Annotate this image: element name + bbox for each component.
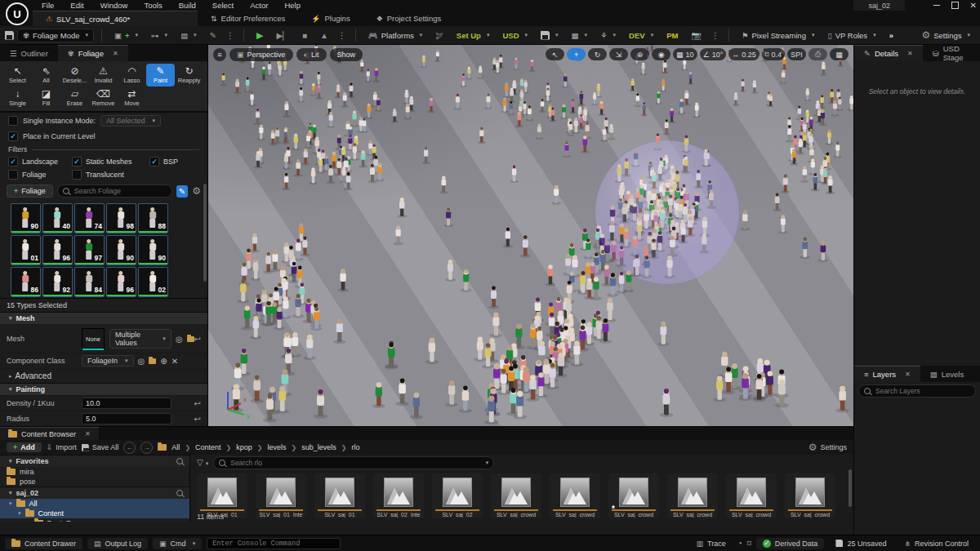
- tools-overflow-icon[interactable]: ⋮: [710, 31, 721, 40]
- component-class-dropdown[interactable]: FoliageIn▾: [82, 355, 134, 367]
- derived-data-button[interactable]: ✓Derived Data: [756, 538, 825, 549]
- landscape-paint-icon[interactable]: ✎: [205, 29, 221, 42]
- foliage-type-6[interactable]: 96: [42, 235, 73, 265]
- filter-foliage[interactable]: Foliage: [8, 168, 72, 181]
- menu-item-select[interactable]: Select: [205, 1, 241, 10]
- asset-1[interactable]: SLV_saj_01_Inte: [256, 473, 306, 518]
- foliage-tool-paint[interactable]: ✎Paint: [146, 64, 175, 87]
- mesh-section-header[interactable]: ▾Mesh: [0, 312, 207, 324]
- foliage-tool-invalid[interactable]: ⚠Invalid: [89, 64, 118, 87]
- toolbar-overflow-icon[interactable]: ⋮: [225, 31, 236, 40]
- asset-9[interactable]: SLV_saj_crowd: [726, 473, 777, 518]
- foliage-tool-select[interactable]: ↖Select: [3, 64, 32, 87]
- foliage-type-2[interactable]: 74: [74, 203, 105, 233]
- single-instance-mode-dropdown[interactable]: All Selected▾: [100, 115, 161, 127]
- mode-select-dropdown[interactable]: ✾ Foliage Mode▾: [17, 29, 94, 42]
- checkbox[interactable]: [149, 157, 159, 167]
- save-all-button[interactable]: Save All: [82, 443, 119, 451]
- asset-8[interactable]: SLV_saj_crowd: [667, 473, 718, 518]
- world-local-icon[interactable]: ⊕: [630, 48, 649, 60]
- rotate-tool-icon[interactable]: ↻: [588, 48, 607, 60]
- insights-icon[interactable]: ◔: [737, 539, 742, 548]
- reset-icon[interactable]: ↩: [194, 335, 201, 344]
- reset-icon[interactable]: ↩: [194, 399, 201, 408]
- foliage-tool-reapply[interactable]: ↻Reapply: [175, 64, 203, 87]
- browse-to-asset-icon[interactable]: [187, 335, 194, 344]
- content-settings-button[interactable]: ⚙Settings: [808, 442, 847, 453]
- menu-item-actor[interactable]: Actor: [243, 1, 275, 10]
- viewport[interactable]: ≡ ▣Perspective ◐Lit Show ↖ + ↻ ⇲ ⊕ ◉ ▦10…: [208, 45, 853, 426]
- forward-icon[interactable]: →: [140, 442, 153, 454]
- play-button[interactable]: ▶: [252, 29, 268, 42]
- advanced-section-header[interactable]: ▸Advanced: [0, 368, 207, 383]
- asset-search-input[interactable]: [229, 458, 479, 468]
- output-log-button[interactable]: ▤Output Log: [87, 538, 148, 549]
- menu-item-window[interactable]: Window: [93, 1, 136, 10]
- panel-scrollbar[interactable]: [203, 184, 207, 282]
- revision-control-button[interactable]: ⋔Revision Control: [898, 538, 975, 549]
- single-instance-mode-checkbox[interactable]: [8, 116, 18, 126]
- minimize-icon[interactable]: [933, 5, 940, 6]
- filter-translucent[interactable]: Translucent: [72, 168, 149, 181]
- select-tool-icon[interactable]: ↖: [546, 48, 564, 60]
- assets-scrollbar[interactable]: [849, 469, 852, 507]
- cmd-dropdown[interactable]: ▣Cmd▾: [153, 538, 202, 549]
- close-icon[interactable]: ✕: [970, 2, 977, 10]
- menu-item-tools[interactable]: Tools: [136, 1, 169, 10]
- grid-snap-toggle[interactable]: ▦10: [673, 48, 697, 60]
- foliage-tool-single[interactable]: ↓Single: [3, 87, 32, 109]
- use-selected-icon[interactable]: ◎: [138, 357, 145, 366]
- rotation-snap-toggle[interactable]: ∠10°: [700, 48, 727, 60]
- mesh-value-dropdown[interactable]: Multiple Values▾: [109, 329, 172, 349]
- search-options-icon[interactable]: ▾: [486, 460, 489, 466]
- scale-tool-icon[interactable]: ⇲: [609, 48, 628, 60]
- close-icon[interactable]: ✕: [113, 50, 118, 57]
- asset-2[interactable]: SLV_saj_01: [314, 473, 365, 518]
- foliage-type-0[interactable]: 90: [11, 203, 41, 233]
- tab-outliner[interactable]: ☰Outliner: [0, 45, 58, 61]
- asset-10[interactable]: SLV_saj_crowd: [785, 473, 835, 518]
- painting-section-header[interactable]: ▾Painting: [0, 383, 207, 395]
- console-command-input[interactable]: [207, 538, 341, 549]
- add-button[interactable]: +Add: [7, 442, 42, 452]
- pixel-streaming-dropdown[interactable]: ⚑Pixel Streaming▾: [737, 29, 820, 42]
- checkbox[interactable]: [8, 157, 18, 167]
- clear-class-icon[interactable]: ✕: [172, 357, 178, 366]
- foliage-type-5[interactable]: 01: [11, 235, 41, 265]
- save-tools-dropdown[interactable]: ▾: [536, 29, 564, 42]
- tree-folder-content[interactable]: ▾Content: [0, 509, 189, 518]
- gear-icon[interactable]: ⚙: [192, 185, 201, 197]
- eject-button[interactable]: ▲: [315, 29, 333, 42]
- checkbox[interactable]: [72, 157, 82, 167]
- favorite-folder-pose[interactable]: pose: [0, 477, 189, 487]
- editor-tab-plugins[interactable]: ⚡Plugins: [298, 11, 363, 26]
- add-class-icon[interactable]: ⊕: [160, 357, 167, 366]
- viewmode-camera-button[interactable]: ⎙: [808, 48, 827, 60]
- add-actor-dropdown[interactable]: ▣+▾: [109, 29, 143, 42]
- foliage-type-8[interactable]: 90: [106, 235, 136, 265]
- foliage-type-4[interactable]: 88: [138, 203, 168, 233]
- back-icon[interactable]: ←: [123, 442, 136, 454]
- asset-7[interactable]: SLV_saj_crowd*: [608, 473, 659, 518]
- usd-dropdown[interactable]: USD▾: [497, 29, 532, 42]
- tab-content-browser[interactable]: Content Browser✕: [0, 427, 99, 440]
- camera-speed-toggle[interactable]: ⌑0.4: [762, 48, 785, 60]
- tab-foliage[interactable]: ✾Foliage✕: [58, 45, 128, 61]
- foliage-tool-erase[interactable]: ▱Erase: [60, 87, 89, 109]
- menu-item-edit[interactable]: Edit: [63, 1, 91, 10]
- tab-details[interactable]: ✎Details✕: [854, 45, 923, 61]
- breadcrumb-all[interactable]: All: [172, 443, 180, 451]
- foliage-tool-desele[interactable]: ⊘Desele...: [60, 64, 89, 87]
- filter-static-meshes[interactable]: Static Meshes: [72, 155, 149, 168]
- asset-3[interactable]: SLV_saj_02_Inte: [373, 473, 424, 518]
- move-tool-icon[interactable]: +: [567, 48, 586, 60]
- tab-layers[interactable]: ≡Layers✕: [854, 366, 920, 382]
- foliage-search[interactable]: [57, 184, 172, 198]
- reset-icon[interactable]: ↩: [194, 415, 201, 424]
- maximize-icon[interactable]: [951, 2, 959, 9]
- platforms-dropdown[interactable]: 🎮Platforms▾: [363, 29, 428, 42]
- foliage-tool-fill[interactable]: ◪Fill: [32, 87, 60, 109]
- tree-folder-all[interactable]: ▾All: [0, 499, 189, 509]
- vp-roles-dropdown[interactable]: ▯VP Roles▾: [822, 29, 880, 42]
- paint-mode-button[interactable]: ✎: [176, 185, 188, 198]
